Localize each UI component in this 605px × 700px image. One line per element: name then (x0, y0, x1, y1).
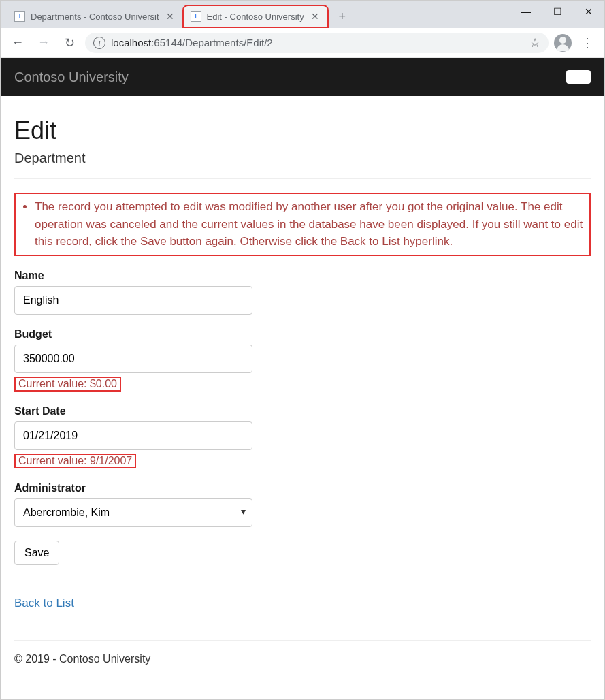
reload-button[interactable]: ↻ (59, 33, 80, 53)
form-group-startdate: Start Date Current value: 9/1/2007 (14, 405, 591, 468)
site-info-icon[interactable]: i (93, 37, 105, 49)
back-button[interactable]: ← (7, 33, 28, 53)
url-input[interactable]: i localhost:65144/Departments/Edit/2 ☆ (85, 33, 549, 53)
startdate-input[interactable] (14, 421, 252, 450)
browser-titlebar: I Departments - Contoso Universit ✕ I Ed… (1, 1, 604, 28)
name-input[interactable] (14, 286, 252, 315)
close-icon[interactable]: ✕ (310, 11, 321, 22)
brand-link[interactable]: Contoso University (14, 69, 129, 85)
close-icon[interactable]: ✕ (165, 11, 176, 22)
page-icon: I (14, 11, 25, 22)
page-icon: I (191, 11, 201, 22)
form-group-submit: Save (14, 541, 591, 565)
tab-title: Departments - Contoso Universit (31, 12, 159, 22)
administrator-label: Administrator (14, 482, 591, 494)
new-tab-button[interactable]: + (333, 7, 352, 26)
page-subtitle: Department (14, 150, 591, 166)
budget-validation: Current value: $0.00 (14, 377, 121, 392)
tab-title: Edit - Contoso University (207, 12, 304, 22)
back-to-list-link[interactable]: Back to List (14, 596, 74, 610)
browser-tab-active[interactable]: I Edit - Contoso University ✕ (182, 5, 329, 28)
page-footer: © 2019 - Contoso University (14, 640, 591, 665)
form-group-budget: Budget Current value: $0.00 (14, 328, 591, 392)
save-button[interactable]: Save (14, 541, 59, 565)
startdate-label: Start Date (14, 405, 591, 417)
budget-input[interactable] (14, 345, 252, 373)
minimize-button[interactable]: — (510, 1, 542, 22)
administrator-select[interactable]: Abercrombie, Kim (14, 498, 252, 527)
browser-menu-button[interactable]: ⋮ (577, 35, 598, 50)
close-window-button[interactable]: ✕ (573, 1, 604, 22)
form-group-administrator: Administrator Abercrombie, Kim (14, 482, 591, 527)
budget-label: Budget (14, 328, 591, 340)
form-group-name: Name (14, 270, 591, 315)
app-navbar: Contoso University (1, 58, 604, 96)
bookmark-icon[interactable]: ☆ (529, 35, 540, 50)
page-title: Edit (14, 116, 591, 145)
maximize-button[interactable]: ☐ (542, 1, 573, 22)
forward-button[interactable]: → (33, 33, 54, 53)
address-bar: ← → ↻ i localhost:65144/Departments/Edit… (1, 28, 604, 58)
navbar-toggle[interactable] (566, 70, 591, 84)
window-controls: — ☐ ✕ (510, 1, 604, 22)
divider (14, 178, 591, 179)
validation-summary: The record you attempted to edit was mod… (14, 193, 591, 256)
validation-message: The record you attempted to edit was mod… (35, 198, 585, 251)
page-content: Edit Department The record you attempted… (1, 96, 604, 679)
name-label: Name (14, 270, 591, 282)
account-icon[interactable] (554, 34, 572, 52)
startdate-validation: Current value: 9/1/2007 (14, 454, 136, 468)
url-text: localhost:65144/Departments/Edit/2 (111, 37, 273, 48)
browser-tab[interactable]: I Departments - Contoso Universit ✕ (7, 5, 182, 28)
